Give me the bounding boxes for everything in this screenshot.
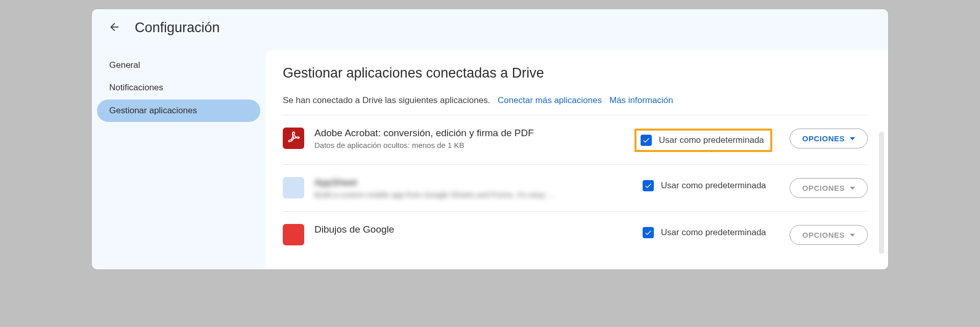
app-meta: Datos de aplicación ocultos: menos de 1 … [314, 141, 624, 149]
intro-line: Se han conectado a Drive las siguientes … [283, 95, 868, 106]
app-text: Adobe Acrobat: conversión, edición y fir… [314, 128, 624, 149]
sidebar-item-notifications[interactable]: Notificaciones [97, 77, 260, 99]
chevron-down-icon [850, 137, 855, 140]
arrow-left-icon [108, 21, 120, 35]
checkbox-checked-icon [643, 180, 654, 191]
options-button[interactable]: OPCIONES [790, 129, 868, 148]
app-icon-placeholder [283, 177, 304, 198]
app-icon-acrobat [283, 128, 304, 149]
sidebar: General Notificaciones Gestionar aplicac… [92, 50, 265, 126]
app-icon-drawings [283, 224, 304, 245]
page-title: Configuración [135, 20, 220, 36]
checkbox-checked-icon [641, 135, 652, 146]
link-connect-apps[interactable]: Conectar más aplicaciones [498, 95, 602, 105]
default-toggle[interactable]: Usar como predeterminada [639, 225, 772, 240]
app-text: Dibujos de Google [314, 224, 628, 237]
main-panel: Gestionar aplicaciones conectadas a Driv… [265, 50, 888, 269]
options-label: OPCIONES [802, 231, 845, 239]
options-label: OPCIONES [802, 134, 845, 143]
body: General Notificaciones Gestionar aplicac… [92, 40, 888, 269]
default-label: Usar como predeterminada [659, 135, 764, 145]
app-row: Dibujos de Google Usar como predetermina… [283, 211, 868, 245]
default-toggle[interactable]: Usar como predeterminada [634, 129, 772, 152]
app-row: AppSheet Build a custom mobile app from … [283, 164, 868, 211]
intro-text: Se han conectado a Drive las siguientes … [283, 95, 490, 105]
app-name: Adobe Acrobat: conversión, edición y fir… [314, 128, 624, 139]
app-text: AppSheet Build a custom mobile app from … [314, 177, 628, 199]
header: Configuración [92, 9, 888, 40]
app-name: AppSheet [314, 177, 628, 188]
acrobat-icon [287, 131, 300, 146]
sidebar-item-general[interactable]: General [97, 54, 260, 77]
options-button[interactable]: OPCIONES [790, 178, 868, 198]
chevron-down-icon [850, 234, 855, 237]
chevron-down-icon [850, 187, 855, 190]
default-label: Usar como predeterminada [661, 228, 766, 238]
options-label: OPCIONES [802, 184, 845, 192]
default-label: Usar como predeterminada [661, 181, 766, 191]
scrollbar[interactable] [879, 132, 884, 254]
sidebar-item-label: Notificaciones [109, 83, 163, 92]
checkbox-checked-icon [643, 227, 654, 238]
section-title: Gestionar aplicaciones conectadas a Driv… [283, 65, 868, 81]
sidebar-item-manage-apps[interactable]: Gestionar aplicaciones [97, 99, 260, 122]
default-toggle[interactable]: Usar como predeterminada [639, 178, 772, 193]
sidebar-item-label: Gestionar aplicaciones [109, 106, 197, 115]
app-row: Adobe Acrobat: conversión, edición y fir… [283, 115, 868, 164]
link-more-info[interactable]: Más información [609, 95, 673, 105]
options-button[interactable]: OPCIONES [790, 225, 868, 245]
settings-window: Configuración General Notificaciones Ges… [92, 9, 888, 269]
sidebar-item-label: General [109, 60, 140, 70]
back-button[interactable] [106, 19, 122, 36]
app-name: Dibujos de Google [314, 224, 628, 235]
app-meta: Build a custom mobile app from Google Sh… [314, 190, 628, 199]
